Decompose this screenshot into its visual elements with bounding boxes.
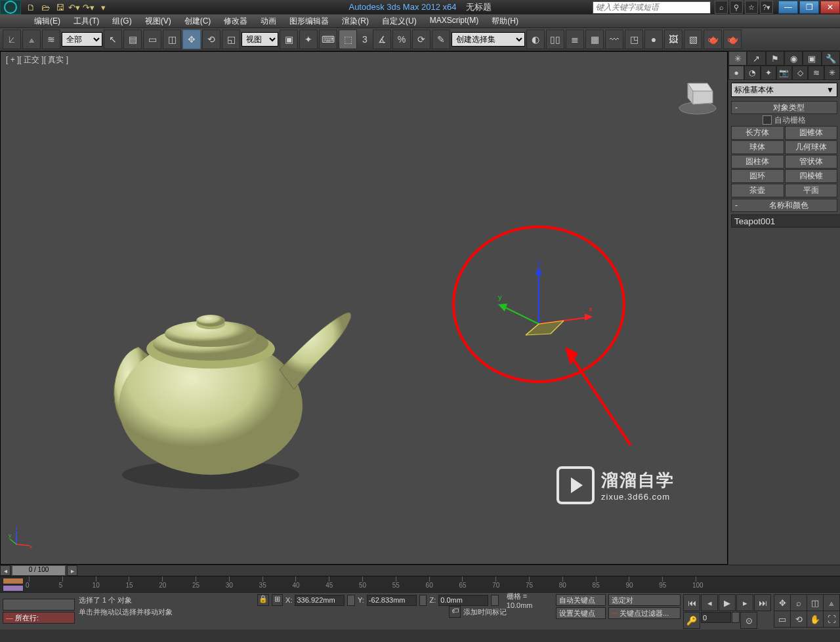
sub-lights-icon[interactable]: ✦	[761, 66, 776, 80]
search-icon[interactable]: ⌕	[715, 1, 728, 14]
coord-x-input[interactable]	[295, 595, 345, 606]
max-toggle-icon[interactable]: ⛶	[823, 611, 840, 628]
menu-rendering[interactable]: 渲染(R)	[335, 14, 375, 28]
maxscript-mini-listener[interactable]	[3, 599, 75, 611]
menu-group[interactable]: 组(G)	[106, 14, 138, 28]
prim-sphere[interactable]: 球体	[731, 140, 784, 154]
timeline-right-icon[interactable]: ▸	[67, 565, 77, 576]
unlink-icon[interactable]: ⟁	[22, 30, 41, 49]
auto-key-button[interactable]: 自动关键点	[556, 594, 606, 606]
prim-torus[interactable]: 圆环	[731, 169, 784, 183]
qat-dropdown-icon[interactable]: ▾	[97, 1, 109, 13]
menu-modifiers[interactable]: 修改器	[217, 14, 254, 28]
favorites-icon[interactable]: ☆	[745, 1, 758, 14]
lock-selection-icon[interactable]: 🔒	[257, 594, 268, 606]
snap-toggle-icon[interactable]: ⬚	[339, 30, 357, 49]
menu-create[interactable]: 创建(C)	[178, 14, 218, 28]
key-filters-button[interactable]: ⤳ 关键点过滤器...	[608, 607, 681, 619]
menu-views[interactable]: 视图(V)	[138, 14, 178, 28]
named-selection-dropdown[interactable]: 创建选择集	[452, 32, 525, 47]
menu-tools[interactable]: 工具(T)	[67, 14, 106, 28]
save-icon[interactable]: 🖫	[54, 1, 66, 13]
viewport[interactable]: [ + ][ 正交 ][ 真实 ] z x y	[0, 51, 728, 565]
select-object-icon[interactable]: ↖	[104, 30, 122, 49]
next-frame-icon[interactable]: ▸	[736, 594, 753, 611]
help-icon[interactable]: ?▾	[760, 1, 773, 14]
fov-icon[interactable]: ⟁	[823, 594, 840, 611]
tab-motion[interactable]: ◉	[784, 51, 803, 66]
teapot-object[interactable]	[83, 291, 358, 508]
goto-end-icon[interactable]: ⏭	[754, 594, 771, 611]
key-mode-icon[interactable]: 🔑	[683, 612, 700, 629]
rendered-frame-icon[interactable]: ▧	[684, 30, 702, 49]
minimize-button[interactable]: —	[778, 1, 798, 14]
menu-help[interactable]: 帮助(H)	[485, 14, 525, 28]
window-crossing-icon[interactable]: ◫	[163, 30, 181, 49]
schematic-view-icon[interactable]: ◳	[625, 30, 643, 49]
tab-modify[interactable]: ↗	[747, 51, 765, 66]
selected-only-dropdown[interactable]: 选定对	[608, 594, 681, 606]
align-icon[interactable]: ▯▯	[546, 30, 564, 49]
search-input[interactable]	[593, 1, 711, 14]
spinner-z[interactable]	[491, 595, 499, 606]
selection-filter-dropdown[interactable]: 全部	[62, 32, 102, 47]
prev-frame-icon[interactable]: ◂	[701, 594, 718, 611]
prim-tube[interactable]: 管状体	[785, 155, 838, 169]
close-button[interactable]: ✕	[820, 1, 840, 14]
frame-spinner[interactable]	[732, 612, 740, 623]
prim-box[interactable]: 长方体	[731, 126, 784, 140]
coord-display-icon[interactable]: ⊞	[272, 594, 283, 606]
tab-create[interactable]: ✳	[728, 51, 747, 66]
sub-spacewarps-icon[interactable]: ≋	[808, 66, 824, 80]
trackbar-key-icon[interactable]	[3, 578, 24, 584]
set-key-button[interactable]: 设置关键点	[556, 607, 606, 619]
keyboard-shortcut-icon[interactable]: ⌨	[319, 30, 337, 49]
time-slider[interactable]: 0 / 100	[12, 565, 66, 576]
menu-maxscript[interactable]: MAXScript(M)	[423, 14, 486, 28]
prim-cone[interactable]: 圆锥体	[785, 126, 838, 140]
time-config-icon[interactable]: ⊙	[740, 612, 757, 629]
coord-y-input[interactable]	[367, 595, 417, 606]
select-region-rect-icon[interactable]: ▭	[143, 30, 161, 49]
tab-hierarchy[interactable]: ⚑	[766, 51, 784, 66]
prim-geosphere[interactable]: 几何球体	[785, 140, 838, 154]
rollout-object-type[interactable]: -对象类型	[731, 101, 837, 114]
tab-display[interactable]: ▣	[803, 51, 821, 66]
app-menu-button[interactable]	[0, 0, 21, 14]
link-icon[interactable]: ⟀	[3, 30, 21, 49]
add-time-tag[interactable]: 添加时间标记	[463, 607, 507, 617]
mirror-icon[interactable]: ◐	[526, 30, 545, 49]
spinner-snap-icon[interactable]: ⟳	[412, 30, 430, 49]
zoom-region-icon[interactable]: ▭	[774, 611, 791, 628]
prim-teapot[interactable]: 茶壶	[731, 184, 784, 197]
track-bar[interactable]: /* ticks drawn below in binder */ 051015…	[0, 576, 840, 592]
bind-spacewarp-icon[interactable]: ≋	[42, 30, 60, 49]
open-icon[interactable]: 🗁	[39, 1, 51, 13]
maxscript-mini-listener-2[interactable]: — 所在行:	[3, 612, 75, 624]
prim-cylinder[interactable]: 圆柱体	[731, 155, 784, 169]
play-icon[interactable]: ▶	[719, 594, 736, 611]
sub-shapes-icon[interactable]: ◔	[744, 66, 760, 80]
spinner-x[interactable]	[347, 595, 355, 606]
maximize-button[interactable]: ❐	[799, 1, 819, 14]
menu-grapheditors[interactable]: 图形编辑器	[283, 14, 335, 28]
material-editor-icon[interactable]: ●	[644, 30, 663, 49]
comm-center-icon[interactable]: ⚲	[730, 1, 743, 14]
viewport-label[interactable]: [ + ][ 正交 ][ 真实 ]	[6, 54, 68, 66]
ref-coord-dropdown[interactable]: 视图	[242, 32, 278, 47]
trackbar-key2-icon[interactable]	[3, 585, 24, 592]
menu-customize[interactable]: 自定义(U)	[375, 14, 423, 28]
curve-editor-icon[interactable]: 〰	[605, 30, 623, 49]
orbit-icon[interactable]: ⟲	[790, 611, 807, 628]
walk-through-icon[interactable]: ✋	[807, 611, 824, 628]
category-dropdown[interactable]: 标准基本体▼	[731, 83, 837, 97]
layers-icon[interactable]: ≣	[566, 30, 584, 49]
menu-animation[interactable]: 动画	[254, 14, 283, 28]
viewcube[interactable]	[675, 71, 721, 117]
current-frame-input[interactable]	[701, 612, 731, 623]
render-setup-icon[interactable]: 🖼	[664, 30, 682, 49]
prim-plane[interactable]: 平面	[785, 184, 838, 197]
use-pivot-center-icon[interactable]: ▣	[280, 30, 298, 49]
sub-helpers-icon[interactable]: ◇	[792, 66, 808, 80]
select-scale-icon[interactable]: ◱	[222, 30, 240, 49]
